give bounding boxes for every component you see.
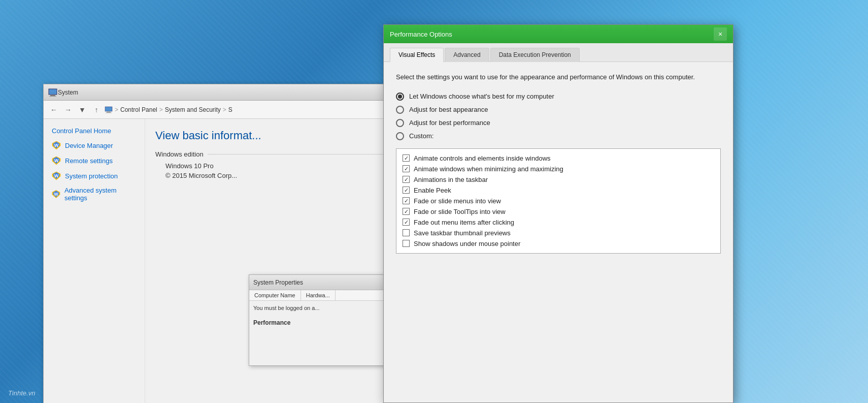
sysprops-tab-computer-name[interactable]: Computer Name [249, 290, 301, 300]
checkbox-item-fade-menus[interactable]: Fade or slide menus into view [398, 196, 718, 206]
shield-icon-protection: W [52, 171, 61, 180]
sidebar-item-device-manager[interactable]: W Device Manager [52, 141, 137, 150]
radio-item-best-performance[interactable]: Adjust for best performance [396, 119, 721, 127]
address-path: > Control Panel > System and Security > … [105, 106, 232, 114]
checkbox-label-fade-tooltips: Fade or slide ToolTips into view [414, 208, 506, 215]
checkbox-animate-windows[interactable] [403, 165, 410, 172]
sysprops-title: System Properties [253, 279, 303, 286]
checkbox-item-animate-windows[interactable]: Animate windows when minimizing and maxi… [398, 164, 718, 174]
nav-back-button[interactable]: ← [48, 104, 60, 116]
radio-best-performance-label: Adjust for best performance [409, 119, 490, 127]
radio-item-best-appearance[interactable]: Adjust for best appearance [396, 106, 721, 114]
checkbox-save-taskbar[interactable] [403, 229, 410, 236]
sidebar-panel: Control Panel Home W Device Manager W [44, 119, 145, 403]
system-icon [48, 87, 58, 98]
svg-rect-1 [50, 95, 55, 96]
checkbox-item-animate-controls[interactable]: Animate controls and elements inside win… [398, 153, 718, 164]
checkbox-item-fade-menu-items[interactable]: Fade out menu items after clicking [398, 217, 718, 228]
checkbox-label-animate-controls: Animate controls and elements inside win… [414, 154, 551, 162]
perf-close-button[interactable]: × [714, 27, 727, 41]
svg-rect-2 [49, 96, 56, 97]
sidebar-item-label-remote-settings: Remote settings [65, 157, 113, 165]
svg-text:W: W [54, 158, 59, 163]
sysprops-tabs: Computer Name Hardwa... [249, 290, 390, 301]
svg-rect-3 [105, 107, 112, 111]
sidebar-item-label-system-protection: System protection [65, 172, 118, 180]
tab-visual-effects[interactable]: Visual Effects [390, 48, 444, 62]
svg-rect-4 [107, 112, 111, 113]
svg-rect-5 [106, 112, 112, 113]
tab-dep[interactable]: Data Execution Prevention [490, 48, 580, 62]
windows-edition-label: Windows edition [155, 150, 388, 158]
checkbox-fade-menu-items[interactable] [403, 219, 410, 226]
radio-group: Let Windows choose what's best for my co… [396, 92, 721, 140]
checkbox-label-fade-menu-items: Fade out menu items after clicking [414, 219, 514, 226]
checkbox-label-animations-taskbar: Animations in the taskbar [414, 176, 488, 183]
perf-tabs-bar: Visual Effects Advanced Data Execution P… [384, 43, 733, 62]
radio-best-appearance-label: Adjust for best appearance [409, 106, 488, 113]
path-separator-1: > [115, 106, 118, 113]
nav-dropdown-button[interactable]: ▼ [76, 104, 88, 116]
path-system-security: System and Security [165, 106, 221, 113]
sidebar-item-system-protection[interactable]: W System protection [52, 171, 137, 180]
shield-icon-advanced: W [52, 190, 60, 199]
checkbox-fade-tooltips[interactable] [403, 208, 410, 215]
address-bar: ← → ▼ ↑ > Control Panel > System and Sec… [44, 101, 398, 119]
checkbox-item-save-taskbar[interactable]: Save taskbar thumbnail previews [398, 228, 718, 238]
watermark: Tinhte.vn [8, 389, 35, 397]
sysprops-content: You must be logged on a... Performance [249, 301, 390, 330]
checkbox-item-animations-taskbar[interactable]: Animations in the taskbar [398, 174, 718, 185]
windows-edition-value: Windows 10 Pro [165, 162, 388, 170]
nav-up-button[interactable]: ↑ [90, 104, 103, 116]
sysprops-tab-hardware[interactable]: Hardwa... [301, 290, 336, 300]
shield-icon-device: W [52, 141, 61, 150]
path-s: S [228, 106, 232, 113]
svg-text:W: W [54, 192, 58, 197]
checkbox-item-shadows-mouse[interactable]: Show shadows under mouse pointer [398, 238, 718, 249]
checkbox-enable-peek[interactable] [403, 187, 410, 194]
checkbox-animate-controls[interactable] [403, 154, 410, 162]
checkbox-item-enable-peek[interactable]: Enable Peek [398, 185, 718, 196]
checkbox-animations-taskbar[interactable] [403, 176, 410, 183]
checkbox-list-container[interactable]: Animate controls and elements inside win… [396, 148, 721, 254]
sysprops-titlebar: System Properties [249, 275, 390, 290]
radio-custom-label: Custom: [409, 132, 433, 140]
perf-titlebar: Performance Options × [384, 25, 733, 43]
sidebar-item-remote-settings[interactable]: W Remote settings [52, 156, 137, 165]
svg-text:W: W [54, 173, 59, 178]
checkbox-item-fade-tooltips[interactable]: Fade or slide ToolTips into view [398, 206, 718, 217]
sidebar-item-advanced-system-settings[interactable]: W Advanced system settings [52, 187, 137, 202]
radio-let-windows-label: Let Windows choose what's best for my co… [409, 92, 554, 100]
perf-description: Select the settings you want to use for … [396, 72, 721, 82]
perf-dialog-content: Select the settings you want to use for … [384, 62, 733, 264]
performance-options-dialog: Performance Options × Visual Effects Adv… [383, 24, 733, 403]
shield-icon-remote: W [52, 156, 61, 165]
perf-dialog-title: Performance Options [390, 30, 452, 38]
radio-let-windows-circle [396, 92, 404, 101]
nav-forward-button[interactable]: → [62, 104, 74, 116]
desktop: System ← → ▼ ↑ > Control Panel > System … [0, 0, 868, 403]
checkbox-label-enable-peek: Enable Peek [414, 187, 451, 194]
system-window-titlebar: System [44, 84, 398, 101]
performance-label: Performance [253, 319, 386, 326]
radio-item-let-windows[interactable]: Let Windows choose what's best for my co… [396, 92, 721, 101]
radio-item-custom[interactable]: Custom: [396, 132, 721, 140]
sidebar-item-control-panel-home[interactable]: Control Panel Home [52, 127, 137, 135]
radio-best-performance-circle [396, 119, 404, 127]
radio-custom-circle [396, 132, 404, 140]
checkbox-label-fade-menus: Fade or slide menus into view [414, 197, 501, 205]
tab-advanced[interactable]: Advanced [445, 48, 489, 62]
sidebar-item-label-device-manager: Device Manager [65, 142, 113, 149]
sysprops-content-text: You must be logged on a... [253, 305, 386, 311]
checkbox-label-save-taskbar: Save taskbar thumbnail previews [414, 229, 511, 237]
checkbox-fade-menus[interactable] [403, 197, 410, 204]
sysprops-window: System Properties Computer Name Hardwa..… [249, 274, 391, 366]
path-control-panel: Control Panel [120, 106, 157, 113]
path-separator-3: > [223, 106, 226, 113]
path-separator-2: > [159, 106, 163, 113]
checkbox-shadows-mouse[interactable] [403, 240, 410, 247]
computer-icon [105, 106, 113, 114]
radio-best-appearance-circle [396, 106, 404, 114]
sidebar-item-label-advanced-system-settings: Advanced system settings [64, 187, 137, 202]
checkbox-label-animate-windows: Animate windows when minimizing and maxi… [414, 165, 563, 173]
